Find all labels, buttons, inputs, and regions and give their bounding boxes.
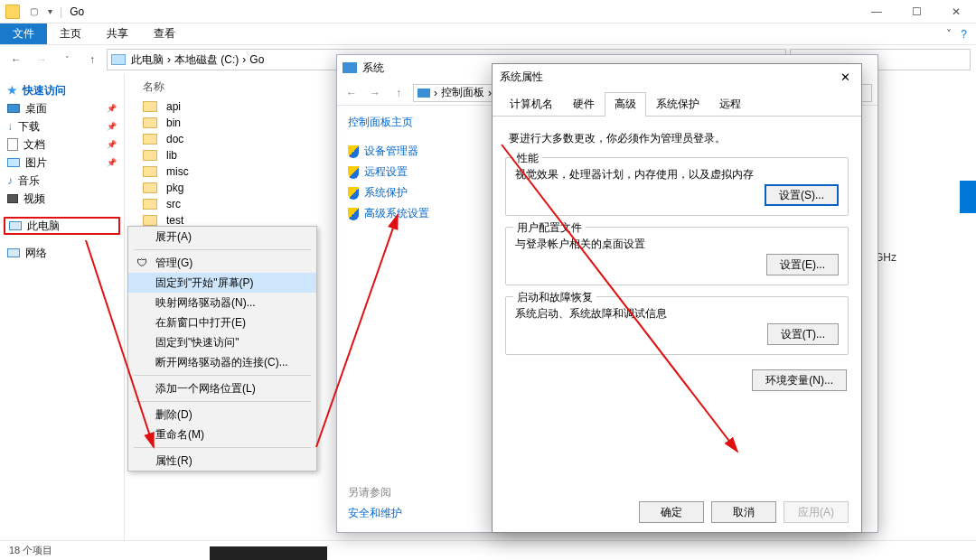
ctx-add-location[interactable]: 添加一个网络位置(L) (128, 378, 316, 398)
label: 文档 (23, 137, 45, 153)
label: 图片 (25, 155, 47, 171)
forward-button[interactable]: → (366, 87, 384, 99)
back-button[interactable]: ← (5, 53, 27, 66)
label: 音乐 (18, 173, 40, 189)
minimize-button[interactable]: — (857, 0, 896, 23)
taskbar-snippet (210, 546, 327, 560)
crumb[interactable]: 控制面板 (441, 85, 484, 100)
folder-icon (143, 166, 157, 177)
link-security-maintenance[interactable]: 安全和维护 (348, 506, 402, 521)
folder-icon (143, 199, 157, 210)
pin-icon: 📌 (107, 140, 117, 149)
folder-icon (143, 117, 157, 128)
ribbon-tabs: 文件 主页 共享 查看 ˅ ? (0, 23, 976, 45)
folder-name: api (166, 100, 181, 113)
ctx-map-drive[interactable]: 映射网络驱动器(N)... (128, 293, 316, 313)
sidebar-item-desktop[interactable]: 桌面📌 (4, 99, 120, 117)
label: 此电脑 (27, 219, 60, 234)
cancel-button[interactable]: 取消 (711, 501, 776, 523)
crumb[interactable]: Go (249, 53, 264, 66)
windows-logo-strip (960, 181, 976, 213)
up-button[interactable]: ↑ (81, 53, 103, 66)
sidebar-quick-access[interactable]: ★快速访问 (4, 81, 120, 99)
ctx-pin-start[interactable]: 固定到"开始"屏幕(P) (128, 273, 316, 293)
ctx-manage[interactable]: 🛡管理(G) (128, 253, 316, 273)
sidebar: ★快速访问 桌面📌 ↓下载📌 文档📌 图片📌 ♪音乐 视频 此电脑 网络 (0, 74, 125, 540)
status-bar: 18 个项目 (0, 540, 976, 560)
folder-icon (143, 101, 157, 112)
ctx-pin-quick[interactable]: 固定到"快速访问" (128, 332, 316, 352)
qat-icon[interactable]: ▾ (43, 6, 56, 16)
ctx-expand[interactable]: 展开(A) (128, 227, 316, 247)
link-remote-settings[interactable]: 远程设置 (343, 162, 481, 182)
forward-button[interactable]: → (31, 53, 52, 66)
star-icon: ★ (7, 84, 17, 97)
performance-settings-button[interactable]: 设置(S)... (765, 184, 839, 206)
apply-button[interactable]: 应用(A) (784, 501, 849, 523)
ctx-properties[interactable]: 属性(R) (128, 451, 316, 471)
ctx-rename[interactable]: 重命名(M) (128, 425, 316, 444)
folder-name: bin (166, 117, 181, 129)
system-title: 系统 (362, 61, 384, 76)
crumb[interactable]: 本地磁盘 (C:) (174, 52, 239, 68)
sidebar-item-this-pc[interactable]: 此电脑 (4, 217, 120, 235)
group-startup-recovery: 启动和故障恢复 系统启动、系统故障和调试信息 设置(T)... (505, 296, 849, 355)
close-button[interactable]: ✕ (936, 0, 976, 23)
desktop-icon (7, 104, 20, 113)
tab-computer-name[interactable]: 计算机名 (500, 92, 563, 117)
link-advanced-settings[interactable]: 高级系统设置 (343, 203, 481, 224)
sidebar-item-downloads[interactable]: ↓下载📌 (4, 117, 120, 135)
recent-dropdown[interactable]: ˅ (56, 55, 78, 64)
environment-variables-button[interactable]: 环境变量(N)... (752, 369, 847, 391)
folder-icon (143, 134, 157, 145)
back-button[interactable]: ← (343, 87, 361, 99)
tab-hardware[interactable]: 硬件 (563, 92, 605, 117)
shield-icon: 🛡 (136, 257, 148, 269)
ctx-open-new[interactable]: 在新窗口中打开(E) (128, 313, 316, 332)
tab-file[interactable]: 文件 (0, 23, 47, 44)
pin-icon: 📌 (107, 158, 117, 167)
pin-icon: 📌 (107, 104, 117, 113)
cp-home[interactable]: 控制面板主页 (343, 115, 481, 130)
ctx-delete[interactable]: 删除(D) (128, 405, 316, 425)
folder-icon (143, 150, 157, 161)
close-button[interactable]: ✕ (836, 70, 854, 84)
sidebar-item-pictures[interactable]: 图片📌 (4, 154, 120, 172)
startup-settings-button[interactable]: 设置(T)... (767, 323, 839, 345)
qat-icons: ▢ ▾ (27, 6, 56, 16)
help-icon[interactable]: ? (961, 28, 967, 41)
qat-icon[interactable]: ▢ (27, 6, 40, 16)
system-properties-dialog: 系统属性 ✕ 计算机名 硬件 高级 系统保护 远程 要进行大多数更改，你必须作为… (492, 63, 862, 533)
profile-settings-button[interactable]: 设置(E)... (766, 254, 839, 275)
folder-name: test (166, 214, 183, 227)
separator (134, 249, 311, 250)
folder-name: doc (166, 133, 183, 145)
tab-home[interactable]: 主页 (47, 23, 94, 44)
document-icon (7, 138, 18, 151)
tab-share[interactable]: 共享 (94, 23, 141, 44)
separator (134, 447, 311, 448)
link-device-manager[interactable]: 设备管理器 (343, 141, 481, 162)
link-system-protection[interactable]: 系统保护 (343, 182, 481, 203)
sidebar-item-music[interactable]: ♪音乐 (4, 172, 120, 190)
tab-view[interactable]: 查看 (141, 23, 188, 44)
video-icon (7, 194, 18, 203)
crumb[interactable]: 此电脑 (131, 52, 164, 68)
ctx-disconnect[interactable]: 断开网络驱动器的连接(C)... (128, 352, 316, 372)
folder-name: src (166, 198, 181, 210)
pc-icon (9, 221, 22, 230)
dialog-title: 系统属性 (500, 70, 543, 85)
shield-icon (348, 208, 359, 220)
sidebar-item-videos[interactable]: 视频 (4, 190, 120, 208)
ribbon-expand-icon[interactable]: ˅ (946, 28, 952, 41)
up-button[interactable]: ↑ (389, 87, 408, 99)
tab-remote[interactable]: 远程 (709, 92, 751, 117)
sidebar-item-documents[interactable]: 文档📌 (4, 135, 120, 154)
tab-advanced[interactable]: 高级 (605, 92, 646, 117)
maximize-button[interactable]: ☐ (896, 0, 936, 23)
sidebar-item-network[interactable]: 网络 (4, 244, 120, 262)
pc-icon (418, 89, 430, 98)
tab-system-protection[interactable]: 系统保护 (646, 92, 709, 117)
ok-button[interactable]: 确定 (639, 501, 704, 523)
download-icon: ↓ (7, 120, 13, 133)
